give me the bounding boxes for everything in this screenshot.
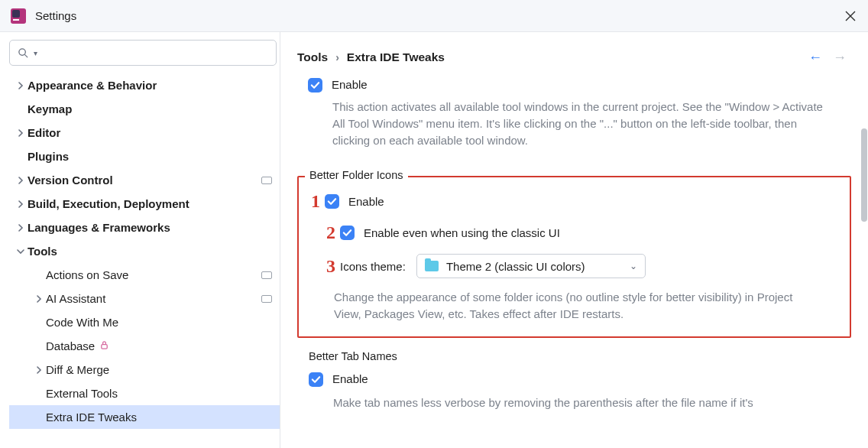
tree-item-label: Code With Me [46, 316, 118, 329]
breadcrumb-root[interactable]: Tools [297, 50, 328, 64]
nav-back-button[interactable]: ← [808, 50, 822, 66]
tree-item-label: Diff & Merge [46, 363, 109, 376]
group-title-tabs: Better Tab Names [304, 350, 402, 362]
tree-item-label: External Tools [46, 387, 118, 400]
tree-item-label: Database [46, 339, 95, 352]
tree-item-label: Editor [28, 126, 60, 139]
project-scope-badge-icon [261, 271, 272, 279]
annotation-3: 3 [316, 256, 335, 277]
tree-item-plugins[interactable]: Plugins [9, 144, 280, 168]
breadcrumb-leaf: Extra IDE Tweaks [347, 50, 445, 64]
tree-item-label: Actions on Save [46, 268, 128, 281]
search-icon [18, 47, 29, 59]
main-panel: Tools › Extra IDE Tweaks ← → Enable This… [280, 32, 868, 448]
lock-icon [99, 339, 109, 352]
tree-item-database[interactable]: Database [9, 334, 280, 358]
chevron-down-icon: ⌄ [630, 261, 637, 271]
better-tab-names-group: Better Tab Names Enable Make tab names l… [297, 358, 851, 420]
tree-item-languages-frameworks[interactable]: Languages & Frameworks [9, 216, 280, 239]
svg-rect-2 [13, 19, 19, 21]
tree-item-editor[interactable]: Editor [9, 121, 280, 144]
chevron-right-icon[interactable] [14, 82, 28, 89]
tree-item-diff-merge[interactable]: Diff & Merge [9, 358, 280, 381]
folder-icons-description: Change the appearance of some folder ico… [299, 278, 842, 323]
project-scope-badge-icon [261, 295, 272, 303]
tree-item-tools[interactable]: Tools [9, 239, 280, 263]
enable-classic-ui-label: Enable even when using the classic UI [364, 226, 560, 239]
tree-item-label: Build, Execution, Deployment [28, 197, 189, 210]
tree-item-version-control[interactable]: Version Control [9, 168, 280, 192]
tree-item-build-execution-deployment[interactable]: Build, Execution, Deployment [9, 192, 280, 216]
icons-theme-value: Theme 2 (classic UI colors) [446, 260, 622, 273]
group-title-folder: Better Folder Icons [305, 169, 408, 181]
tree-item-appearance-behavior[interactable]: Appearance & Behavior [9, 73, 280, 97]
tree-item-label: Languages & Frameworks [28, 221, 170, 234]
chevron-right-icon[interactable] [14, 129, 28, 137]
tree-item-label: Plugins [28, 150, 69, 163]
chevron-down-icon: ▾ [34, 49, 37, 57]
close-icon[interactable] [844, 9, 857, 23]
vertical-scrollbar[interactable] [860, 32, 868, 448]
tree-item-external-tools[interactable]: External Tools [9, 381, 280, 405]
breadcrumb: Tools › Extra IDE Tweaks ← → [280, 32, 868, 67]
tree-item-keymap[interactable]: Keymap [9, 97, 280, 121]
tree-item-extra-ide-tweaks[interactable]: Extra IDE Tweaks [9, 405, 280, 429]
enable-folder-icons-checkbox[interactable] [325, 194, 339, 209]
chevron-right-icon[interactable] [14, 177, 28, 184]
enable-activate-checkbox[interactable] [308, 78, 322, 93]
activate-description: This action activates all available tool… [297, 93, 851, 148]
enable-folder-icons-label: Enable [348, 195, 384, 208]
enable-activate-label: Enable [332, 78, 368, 91]
scrollbar-thumb[interactable] [861, 128, 867, 222]
svg-rect-5 [102, 345, 107, 349]
app-logo-icon [11, 8, 26, 24]
sidebar: ▾ Appearance & BehaviorKeymapEditorPlugi… [0, 32, 280, 448]
tree-item-ai-assistant[interactable]: AI Assistant [9, 287, 280, 310]
tree-item-code-with-me[interactable]: Code With Me [9, 310, 280, 334]
chevron-down-icon[interactable] [14, 248, 28, 255]
svg-rect-1 [12, 10, 20, 18]
tree-item-label: Tools [28, 245, 57, 258]
nav-forward-button: → [833, 50, 847, 66]
tree-item-label: AI Assistant [46, 292, 105, 305]
chevron-right-icon: › [335, 51, 339, 63]
tree-item-actions-on-save[interactable]: Actions on Save [9, 263, 280, 287]
titlebar: Settings [0, 0, 868, 32]
tree-item-label: Extra IDE Tweaks [46, 411, 137, 424]
chevron-right-icon[interactable] [32, 366, 46, 374]
icons-theme-select[interactable]: Theme 2 (classic UI colors) ⌄ [416, 254, 646, 278]
tree-item-label: Appearance & Behavior [28, 79, 157, 92]
better-folder-icons-group: Better Folder Icons 1 Enable 2 Enable ev… [297, 176, 851, 338]
chevron-right-icon[interactable] [14, 200, 28, 208]
enable-classic-ui-checkbox[interactable] [340, 226, 355, 240]
annotation-1: 1 [300, 191, 320, 212]
tab-names-description: Make tab names less verbose by removing … [298, 387, 846, 411]
enable-tab-names-label: Enable [332, 372, 368, 385]
chevron-right-icon[interactable] [32, 295, 46, 303]
tree-item-label: Keymap [28, 102, 72, 115]
project-scope-badge-icon [261, 177, 272, 184]
window-title: Settings [35, 9, 76, 22]
tree-item-label: Version Control [28, 174, 113, 187]
annotation-2: 2 [316, 222, 335, 243]
svg-point-3 [19, 48, 25, 54]
enable-tab-names-checkbox[interactable] [309, 372, 323, 387]
chevron-right-icon[interactable] [14, 224, 28, 232]
icons-theme-label: Icons theme: [340, 260, 406, 273]
folder-icon [425, 261, 439, 271]
svg-line-4 [24, 54, 28, 57]
settings-tree: Appearance & BehaviorKeymapEditorPlugins… [9, 73, 280, 448]
search-input[interactable]: ▾ [9, 40, 277, 66]
